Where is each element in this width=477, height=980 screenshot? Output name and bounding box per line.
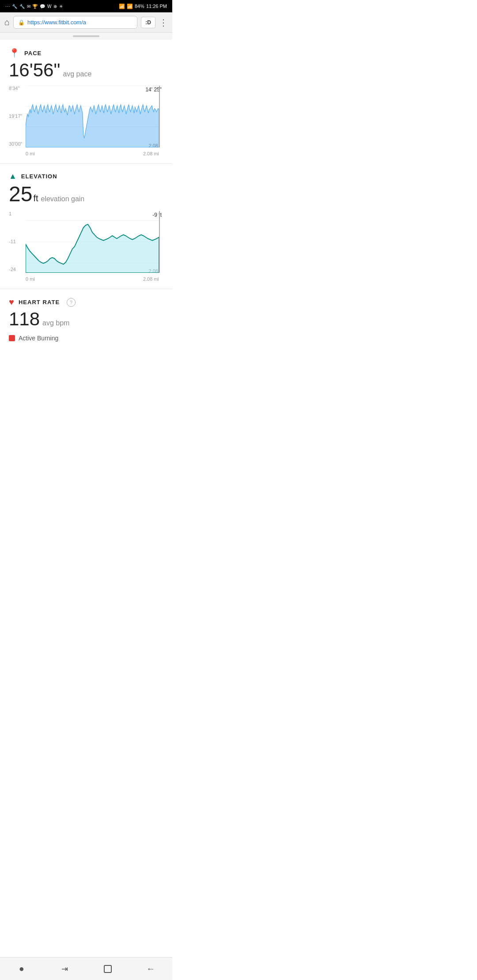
battery-text: 84% <box>135 4 144 9</box>
elevation-y-labels: 1 -11 -24 <box>9 211 26 273</box>
lock-icon: 🔒 <box>18 19 25 26</box>
elevation-metric-row: 25 ft elevation gain <box>9 184 163 205</box>
pace-y-bottom: 30'00" <box>9 141 26 147</box>
pace-value: 16'56" <box>9 61 60 79</box>
elevation-ft: ft <box>33 193 38 204</box>
notification-icons: ··· 🔧 🔧 ✉ 🏆 💬 W ⊕ ✳ <box>5 4 63 9</box>
pace-x-end: 2.08 mi <box>143 151 159 156</box>
wifi-icon: 📶 <box>119 4 125 9</box>
home-icon[interactable]: ⌂ <box>4 17 10 27</box>
elevation-chart-svg <box>26 211 159 273</box>
status-right: 📶 📶 84% 11:26 PM <box>119 4 167 9</box>
status-bar: ··· 🔧 🔧 ✉ 🏆 💬 W ⊕ ✳ 📶 📶 84% 11:26 PM <box>0 0 172 12</box>
more-icon[interactable]: ⋮ <box>159 17 168 28</box>
heart-rate-badge-color <box>9 335 15 341</box>
heart-rate-badge-row: Active Burning <box>9 335 163 368</box>
elevation-x-start: 0 mi <box>26 276 35 282</box>
elevation-right-line: 2.08 <box>159 211 160 273</box>
heart-icon: ♥ <box>9 297 14 307</box>
elevation-y-top: 1 <box>9 211 26 216</box>
heart-rate-unit: avg bpm <box>42 319 69 327</box>
url-bar[interactable]: 🔒 https://www.fitbit.com/a <box>13 16 137 29</box>
url-text: https://www.fitbit.com/a <box>27 19 86 26</box>
content: 📍 PACE 16'56" avg pace 14' 25" 2.08 8'34… <box>0 40 172 373</box>
heart-rate-title: HEART RATE <box>19 299 60 305</box>
heart-rate-help-icon[interactable]: ? <box>67 298 76 307</box>
pull-tab <box>0 33 172 40</box>
status-left: ··· 🔧 🔧 ✉ 🏆 💬 W ⊕ ✳ <box>5 4 63 9</box>
elevation-x-labels: 0 mi 2.08 mi <box>26 276 159 282</box>
time-display: 11:26 PM <box>146 4 167 9</box>
pace-y-top: 8'34" <box>9 86 26 91</box>
heart-rate-badge-label: Active Burning <box>19 335 58 342</box>
elevation-header: ▲ ELEVATION <box>9 172 163 181</box>
pace-y-labels: 8'34" 19'17" 30'00" <box>9 86 26 147</box>
tab-button[interactable]: :D <box>141 17 155 28</box>
elevation-value: 25 <box>9 184 32 205</box>
elevation-chart-container: -9 ft 2.08 1 -11 -24 0 mi <box>9 211 163 282</box>
elevation-y-mid: -11 <box>9 239 26 244</box>
pull-tab-bar <box>73 35 99 37</box>
pace-x-start: 0 mi <box>26 151 35 156</box>
pace-icon: 📍 <box>9 48 20 58</box>
pace-title: PACE <box>24 50 42 57</box>
elevation-y-bottom: -24 <box>9 267 26 272</box>
elevation-icon: ▲ <box>9 172 17 181</box>
pace-chart-container: 14' 25" 2.08 8'34" 19'17" 30'00" <box>9 86 163 156</box>
elevation-chart-svg-area <box>26 211 159 273</box>
pace-section: 📍 PACE 16'56" avg pace 14' 25" 2.08 8'34… <box>0 40 172 164</box>
elevation-x-end: 2.08 mi <box>143 276 159 282</box>
heart-rate-metric-row: 118 avg bpm <box>9 310 163 328</box>
pace-right-line: 2.08 <box>159 86 160 147</box>
pace-metric-row: 16'56" avg pace <box>9 61 163 79</box>
pace-header: 📍 PACE <box>9 48 163 58</box>
heart-rate-value: 118 <box>9 310 40 328</box>
elevation-subunit: elevation gain <box>41 195 85 203</box>
browser-bar: ⌂ 🔒 https://www.fitbit.com/a :D ⋮ <box>0 12 172 33</box>
pace-x-labels: 0 mi 2.08 mi <box>26 151 159 156</box>
elevation-title: ELEVATION <box>21 173 57 180</box>
pace-chart-svg <box>26 86 159 147</box>
pace-y-mid: 19'17" <box>9 113 26 119</box>
heart-rate-header: ♥ HEART RATE ? <box>9 297 163 307</box>
heart-rate-section: ♥ HEART RATE ? 118 avg bpm Active Burnin… <box>0 289 172 373</box>
signal-icon: 📶 <box>127 4 133 9</box>
pace-unit: avg pace <box>63 70 91 78</box>
elevation-section: ▲ ELEVATION 25 ft elevation gain -9 ft 2… <box>0 164 172 289</box>
pace-chart-svg-area <box>26 86 159 147</box>
